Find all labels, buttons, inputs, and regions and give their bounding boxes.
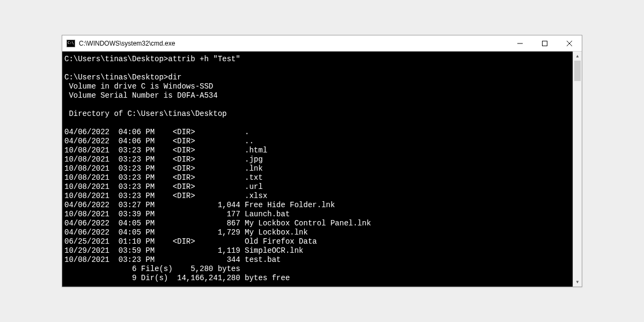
minimize-icon — [517, 41, 523, 46]
vertical-scrollbar[interactable]: ▲ ▼ — [573, 52, 582, 287]
window-controls — [508, 35, 582, 51]
minimize-button[interactable] — [508, 35, 532, 51]
client-area: C:\Users\tinas\Desktop>attrib +h "Test" … — [62, 52, 582, 287]
titlebar[interactable]: C:\WINDOWS\system32\cmd.exe — [62, 35, 582, 52]
scroll-down-arrow-icon[interactable]: ▼ — [573, 277, 582, 287]
scrollbar-thumb[interactable] — [574, 61, 581, 81]
titlebar-left: C:\WINDOWS\system32\cmd.exe — [62, 35, 508, 51]
cmd-window: C:\WINDOWS\system32\cmd.exe C:\Users\tin… — [62, 35, 582, 287]
maximize-button[interactable] — [532, 35, 557, 51]
svg-rect-1 — [543, 41, 547, 46]
close-icon — [567, 41, 572, 46]
terminal-output[interactable]: C:\Users\tinas\Desktop>attrib +h "Test" … — [62, 52, 573, 287]
window-title: C:\WINDOWS\system32\cmd.exe — [79, 40, 175, 47]
scroll-up-arrow-icon[interactable]: ▲ — [573, 52, 582, 61]
cmd-icon — [67, 40, 75, 47]
maximize-icon — [542, 41, 547, 46]
close-button[interactable] — [557, 35, 582, 51]
